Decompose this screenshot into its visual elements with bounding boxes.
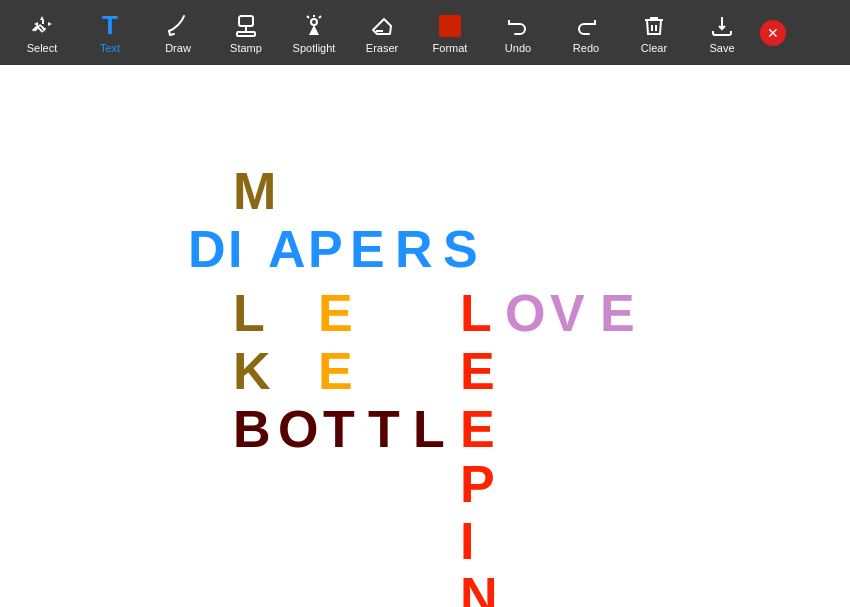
svg-line-5 [319,16,321,18]
format-icon [436,12,464,40]
canvas-letter: E [350,223,385,275]
canvas-letter: I [228,223,242,275]
text-icon: T [96,12,124,40]
svg-rect-0 [239,16,253,26]
canvas-letter: D [188,223,226,275]
trash-icon [640,12,668,40]
select-label: Select [27,42,58,54]
canvas-letter: E [318,287,353,339]
canvas-letter: R [395,223,433,275]
canvas-letter: O [278,403,318,455]
canvas-letter: O [505,287,545,339]
stamp-icon [232,12,260,40]
undo-tool[interactable]: Undo [484,3,552,63]
canvas-letter: I [460,515,474,567]
spotlight-icon [300,12,328,40]
eraser-label: Eraser [366,42,398,54]
close-button[interactable]: ✕ [760,20,786,46]
redo-icon [572,12,600,40]
canvas-letter: B [233,403,271,455]
canvas-letter: P [308,223,343,275]
canvas-letter: T [323,403,355,455]
move-icon [28,12,56,40]
canvas-letter: L [233,287,265,339]
select-tool[interactable]: Select [8,3,76,63]
eraser-icon [368,12,396,40]
spotlight-label: Spotlight [293,42,336,54]
save-icon [708,12,736,40]
clear-label: Clear [641,42,667,54]
save-tool[interactable]: Save [688,3,756,63]
draw-label: Draw [165,42,191,54]
canvas-letter: L [413,403,445,455]
text-tool[interactable]: T Text [76,3,144,63]
canvas-letter: E [460,403,495,455]
canvas-letter: M [233,165,276,217]
redo-label: Redo [573,42,599,54]
svg-point-3 [311,19,317,25]
canvas-letter: L [460,287,492,339]
toolbar: Select T Text Draw Stamp [0,0,850,65]
canvas-letter: E [600,287,635,339]
svg-rect-1 [237,32,255,36]
undo-label: Undo [505,42,531,54]
format-tool[interactable]: Format [416,3,484,63]
undo-icon [504,12,532,40]
clear-tool[interactable]: Clear [620,3,688,63]
eraser-tool[interactable]: Eraser [348,3,416,63]
save-label: Save [709,42,734,54]
svg-line-4 [307,16,309,18]
canvas-letter: K [233,345,271,397]
canvas-letter: E [318,345,353,397]
draw-tool[interactable]: Draw [144,3,212,63]
spotlight-tool[interactable]: Spotlight [280,3,348,63]
redo-tool[interactable]: Redo [552,3,620,63]
canvas-letter: T [368,403,400,455]
canvas-letter: S [443,223,478,275]
format-label: Format [433,42,468,54]
canvas-letter: P [460,458,495,510]
text-label: Text [100,42,120,54]
canvas-letter: A [268,223,306,275]
stamp-tool[interactable]: Stamp [212,3,280,63]
canvas-letter: E [460,345,495,397]
stamp-label: Stamp [230,42,262,54]
draw-icon [164,12,192,40]
canvas-letter: V [550,287,585,339]
canvas-area[interactable]: MDIAPERSLELOVEKEEBOTTLEPING [0,65,850,607]
canvas-letter: N [460,570,498,607]
